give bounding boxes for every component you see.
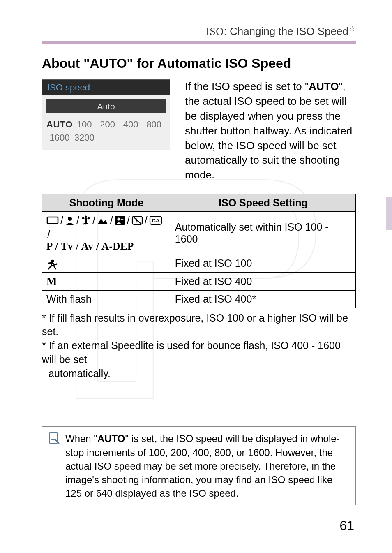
page-header: ISO: Changing the ISO Speed☆ <box>206 25 355 38</box>
full-auto-icon <box>46 216 59 225</box>
setting-1: Fixed at ISO 100 <box>171 255 355 272</box>
svg-point-2 <box>85 218 87 220</box>
para-post: ", the actual ISO speed to be set will b… <box>185 80 352 181</box>
header-iso-prefix: ISO <box>206 25 224 37</box>
setting-3: Fixed at ISO 400* <box>171 290 355 308</box>
portrait-icon <box>65 216 75 225</box>
svg-point-5 <box>87 217 90 219</box>
lcd-options-grid: AUTO 100 200 400 800 1600 3200 <box>42 116 170 150</box>
svg-point-3 <box>85 216 87 218</box>
section-heading: About "AUTO" for Automatic ISO Speed <box>42 56 356 71</box>
lcd-current-value: Auto <box>46 99 166 113</box>
svg-point-12 <box>51 259 54 262</box>
mode-icons-row1: / / / / / <box>46 214 166 241</box>
header-rule <box>42 41 356 44</box>
footnote-1: * If fill flash results in overexposure,… <box>42 311 356 339</box>
section-edge-tab <box>386 197 392 230</box>
note-pre: When " <box>65 433 97 444</box>
night-portrait-icon <box>115 215 125 225</box>
sports-icon <box>46 259 58 270</box>
para-bold: AUTO <box>309 80 339 93</box>
lcd-option-200: 200 <box>96 119 119 130</box>
lcd-option-3200: 3200 <box>73 132 96 143</box>
creative-auto-icon: CA <box>149 215 162 225</box>
landscape-icon <box>97 216 108 225</box>
table-row: / / / / / <box>42 212 356 255</box>
svg-rect-0 <box>47 217 58 224</box>
svg-text:CA: CA <box>152 217 159 224</box>
svg-point-1 <box>68 217 72 221</box>
table-row: Fixed at ISO 100 <box>42 255 356 272</box>
note-bold: AUTO <box>97 433 125 444</box>
manual-mode-m: M <box>46 275 57 287</box>
macro-icon <box>81 215 91 225</box>
lcd-option-1600: 1600 <box>46 132 73 143</box>
iso-lcd-panel: ISO speed Auto AUTO 100 200 400 800 1600… <box>42 79 170 150</box>
mode-text-ptv: P / Tv / Av / A-DEP <box>46 241 166 252</box>
lcd-option-400: 400 <box>119 119 143 130</box>
note-box: When "AUTO" is set, the ISO speed will b… <box>42 426 356 505</box>
iso-table: Shooting Mode ISO Speed Setting / / <box>42 194 356 308</box>
lcd-option-100: 100 <box>73 119 96 130</box>
header-title-text: : Changing the ISO Speed <box>224 25 348 37</box>
table-row: With flash Fixed at ISO 400* <box>42 290 356 308</box>
page-number: 61 <box>339 518 354 533</box>
note-icon <box>47 432 60 445</box>
th-setting: ISO Speed Setting <box>171 194 355 212</box>
svg-point-7 <box>117 218 120 221</box>
setting-0: Automatically set within ISO 100 - 1600 <box>171 212 355 255</box>
lcd-option-auto: AUTO <box>46 119 73 130</box>
flash-off-icon <box>131 215 143 225</box>
star-icon: ☆ <box>349 25 355 32</box>
lcd-option-800: 800 <box>142 119 166 130</box>
footnote-2b: automatically. <box>42 367 356 381</box>
svg-rect-13 <box>49 433 58 443</box>
table-row: M Fixed at ISO 400 <box>42 272 356 290</box>
footnote-2a: * If an external Speedlite is used for b… <box>42 339 356 367</box>
para-pre: If the ISO speed is set to " <box>185 80 309 93</box>
lcd-title: ISO speed <box>42 80 170 95</box>
th-mode: Shooting Mode <box>42 194 171 212</box>
with-flash-label: With flash <box>42 290 171 308</box>
setting-2: Fixed at ISO 400 <box>171 272 355 290</box>
intro-paragraph: If the ISO speed is set to "AUTO", the a… <box>185 79 356 183</box>
svg-point-4 <box>82 217 84 219</box>
footnotes: * If fill flash results in overexposure,… <box>42 311 356 381</box>
